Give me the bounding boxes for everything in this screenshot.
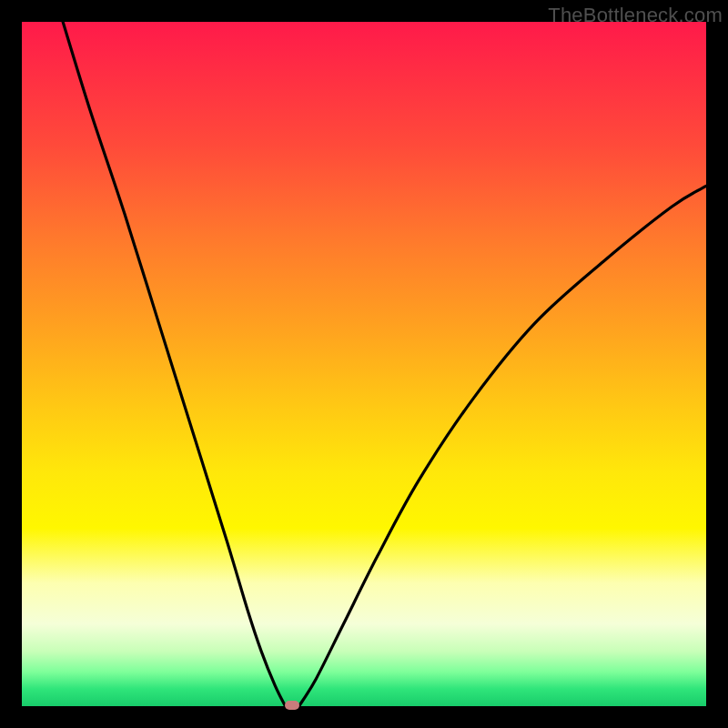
bottleneck-curve: [22, 22, 706, 706]
watermark-text: TheBottleneck.com: [548, 4, 723, 27]
minimum-marker: [285, 701, 299, 710]
chart-frame: [22, 22, 706, 706]
curve-path: [63, 22, 706, 706]
